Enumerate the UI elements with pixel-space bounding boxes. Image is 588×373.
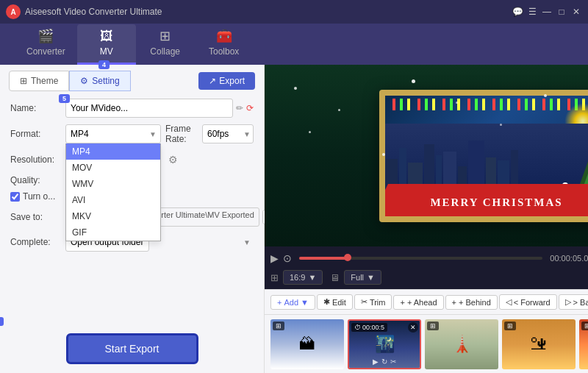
start-export-wrapper: 6 Start Export <box>0 324 264 373</box>
film-thumb-3[interactable]: 🗼 ⊞ <box>425 319 498 369</box>
tab-setting[interactable]: ⚙ Setting <box>69 71 130 91</box>
export-button[interactable]: ↗ Export <box>198 72 255 90</box>
badge-5: 5 <box>59 94 70 103</box>
format-option-mp4[interactable]: MP4 <box>66 143 160 160</box>
tab-mv-label: MV <box>100 46 113 57</box>
film-icon-badge-3: ⊞ <box>427 322 439 330</box>
export-label: Export <box>219 76 245 86</box>
mountain-emoji: 🏔 <box>299 335 315 354</box>
progress-bar[interactable] <box>299 257 542 260</box>
right-panel: MERRY CHRISTMAS ▶ ⊙ <box>265 65 588 373</box>
film-thumb-5[interactable]: 🌅 ⊞ <box>579 319 588 369</box>
tab-collage[interactable]: ⊞ Collage <box>136 24 195 65</box>
menu-button[interactable]: ☰ <box>526 6 538 18</box>
badge-6: 6 <box>0 317 4 326</box>
film-thumb-2[interactable]: 🌃 ⏱ 00:00:5 ✕ ▶ ↻ ✂ <box>348 319 421 369</box>
tab-theme-label: Theme <box>31 76 58 86</box>
left-panel: ⊞ Theme ⚙ Setting 4 ↗ Export 5 Name: ✏ <box>0 65 265 373</box>
add-label: Add <box>284 298 298 307</box>
full-arrow-icon: ▼ <box>367 273 375 282</box>
add-button[interactable]: + Add ▼ <box>270 295 315 310</box>
film-time-value: 00:00:5 <box>362 324 384 331</box>
chat-button[interactable]: 💬 <box>512 6 523 18</box>
aspect-icon: ⊞ <box>270 272 279 283</box>
name-input[interactable] <box>65 99 233 118</box>
edit-button[interactable]: ✱ Edit <box>317 294 353 310</box>
tab-setting-label: Setting <box>92 76 119 86</box>
backward-button[interactable]: ▷ > Backward <box>559 294 588 310</box>
xmas-lights <box>385 99 589 110</box>
name-icons: ✏ ⟳ <box>236 103 254 113</box>
export-icon: ↗ <box>209 76 216 86</box>
film-thumb-4[interactable]: 🏜 ⊞ <box>502 319 576 369</box>
mv-icon: 🖼 <box>100 29 113 44</box>
converter-icon: 🎬 <box>37 28 54 44</box>
film-time-badge-2: ⏱ 00:00:5 <box>351 323 387 332</box>
format-dropdown[interactable]: MP4 MOV WMV AVI MKV GIF <box>65 143 161 241</box>
fps-select[interactable]: 24fps 30fps 60fps <box>202 124 254 143</box>
behind-button[interactable]: + + Behind <box>445 295 498 310</box>
edit-name-icon[interactable]: ✏ <box>236 103 243 113</box>
progress-dot <box>344 254 351 261</box>
trim-label: Trim <box>370 298 386 307</box>
badge-4: 4 <box>98 60 110 69</box>
ahead-button[interactable]: + + Ahead <box>393 295 443 310</box>
titlebar: A Aiseesoft Video Converter Ultimate 💬 ☰… <box>0 0 588 24</box>
rotate-ctrl-icon[interactable]: ↻ <box>381 358 387 366</box>
tab-converter[interactable]: 🎬 Converter <box>15 24 77 65</box>
trim-icon: ✂ <box>361 297 368 307</box>
tab-collage-label: Collage <box>150 46 180 57</box>
film-thumb-1[interactable]: 🏔 ⊞ <box>270 319 344 369</box>
behind-label: + Behind <box>459 298 491 307</box>
nav-tabs: 🎬 Converter 🖼 MV ⊞ Collage 🧰 Toolbox <box>0 24 588 65</box>
tab-theme[interactable]: ⊞ Theme <box>9 71 69 91</box>
play-button[interactable]: ▶ <box>270 252 279 264</box>
ahead-label: + Ahead <box>407 298 437 307</box>
close-button[interactable]: ✕ <box>570 6 582 18</box>
format-option-gif[interactable]: GIF <box>66 224 160 241</box>
trim-button[interactable]: ✂ Trim <box>354 294 392 310</box>
backward-icon: ▷ <box>565 297 571 307</box>
clear-name-icon[interactable]: ⟳ <box>246 103 254 113</box>
format-option-wmv[interactable]: WMV <box>66 176 160 192</box>
tab-toolbox-label: Toolbox <box>209 46 239 57</box>
monitor-icon: 🖥 <box>330 272 340 283</box>
theme-icon: ⊞ <box>20 76 27 86</box>
format-select[interactable]: MP4 MOV WMV AVI MKV GIF <box>65 124 161 143</box>
format-option-avi[interactable]: AVI <box>66 192 160 208</box>
xmas-card: MERRY CHRISTMAS <box>379 90 589 222</box>
name-label: Name: <box>10 103 65 113</box>
cut-ctrl-icon[interactable]: ✂ <box>390 358 396 366</box>
start-export-big-button[interactable]: Start Export <box>66 333 198 364</box>
settings-form: 5 Name: ✏ ⟳ Format: MP4 MOV WMV AVI <box>0 91 264 324</box>
film-icon-badge-5: ⊞ <box>581 322 588 330</box>
format-option-mkv[interactable]: MKV <box>66 208 160 224</box>
aspect-select[interactable]: 16:9 ▼ <box>283 270 323 285</box>
forward-icon: ◁ <box>506 297 512 307</box>
tab-mv[interactable]: 🖼 MV <box>77 24 136 65</box>
film-controls-2: ▶ ↻ ✂ <box>373 358 396 366</box>
play-ctrl-icon[interactable]: ▶ <box>373 358 379 366</box>
backward-label: > Backward <box>573 298 588 307</box>
maximize-button[interactable]: □ <box>556 6 567 18</box>
bottom-toolbar: + Add ▼ ✱ Edit ✂ Trim + + Ahead + + Behi… <box>265 289 588 314</box>
format-label: Format: <box>10 129 65 139</box>
forward-button[interactable]: ◁ < Forward <box>499 294 557 310</box>
resolution-gear-icon[interactable]: ⚙ <box>168 154 178 166</box>
turnon-checkbox[interactable] <box>10 192 20 202</box>
stop-button[interactable]: ⊙ <box>283 252 292 264</box>
tab-toolbox[interactable]: 🧰 Toolbox <box>195 24 254 65</box>
add-icon: + <box>277 298 282 307</box>
behind-icon: + <box>452 298 456 307</box>
complete-arrow-icon: ▼ <box>243 238 251 246</box>
eiffel-emoji: 🗼 <box>452 335 472 354</box>
format-select-wrapper: MP4 MOV WMV AVI MKV GIF ▼ MP4 MOV WMV AV… <box>65 124 161 143</box>
sub-tabs: ⊞ Theme ⚙ Setting 4 ↗ Export <box>0 65 264 91</box>
minimize-button[interactable]: — <box>541 6 553 18</box>
time-display: 00:00:05.00/00:00:25.00 <box>550 254 588 263</box>
video-preview: MERRY CHRISTMAS <box>265 65 588 246</box>
film-close-button-2[interactable]: ✕ <box>408 322 418 333</box>
full-select[interactable]: Full ▼ <box>344 270 381 285</box>
main-layout: ⊞ Theme ⚙ Setting 4 ↗ Export 5 Name: ✏ <box>0 65 588 373</box>
format-option-mov[interactable]: MOV <box>66 160 160 176</box>
